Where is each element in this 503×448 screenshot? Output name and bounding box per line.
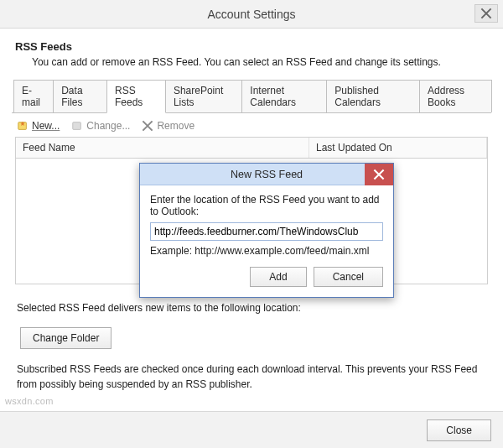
svg-rect-1 xyxy=(73,122,81,130)
tab-email[interactable]: E-mail xyxy=(13,80,54,112)
close-icon[interactable] xyxy=(474,4,498,23)
remove-button: Remove xyxy=(142,120,194,132)
column-feed-name[interactable]: Feed Name xyxy=(16,138,309,158)
remove-icon xyxy=(142,120,153,132)
column-last-updated[interactable]: Last Updated On xyxy=(309,138,487,158)
subscribed-note: Subscribed RSS Feeds are checked once du… xyxy=(17,362,486,392)
dialog-titlebar: New RSS Feed xyxy=(140,164,393,185)
change-folder-button[interactable]: Change Folder xyxy=(20,327,111,349)
tab-published-calendars[interactable]: Published Calendars xyxy=(326,80,420,112)
rss-url-input[interactable] xyxy=(150,222,383,241)
tab-data-files[interactable]: Data Files xyxy=(53,80,107,112)
dialog-prompt: Enter the location of the RSS Feed you w… xyxy=(150,194,383,217)
change-button: Change... xyxy=(71,120,130,132)
window-title: Account Settings xyxy=(207,8,295,21)
new-button[interactable]: New... xyxy=(17,120,60,132)
footer: Close xyxy=(0,411,503,448)
new-label: New... xyxy=(32,120,60,132)
change-label: Change... xyxy=(86,120,130,132)
cancel-button[interactable]: Cancel xyxy=(314,267,383,287)
dialog-title: New RSS Feed xyxy=(231,169,303,180)
add-button[interactable]: Add xyxy=(250,267,306,287)
tab-rss-feeds[interactable]: RSS Feeds xyxy=(106,80,166,113)
tab-sharepoint-lists[interactable]: SharePoint Lists xyxy=(165,80,242,112)
watermark: wsxdn.com xyxy=(5,396,54,406)
deliver-note: Selected RSS Feed delivers new items to … xyxy=(17,301,486,315)
remove-label: Remove xyxy=(157,120,194,132)
dialog-actions: Add Cancel xyxy=(150,267,383,287)
dialog-close-button[interactable] xyxy=(365,164,393,185)
tabstrip: E-mail Data Files RSS Feeds SharePoint L… xyxy=(12,80,491,113)
change-icon xyxy=(71,120,83,132)
page-subtext: You can add or remove an RSS Feed. You c… xyxy=(32,56,491,68)
dialog-body: Enter the location of the RSS Feed you w… xyxy=(140,185,393,297)
tab-address-books[interactable]: Address Books xyxy=(419,80,492,112)
new-rss-feed-dialog: New RSS Feed Enter the location of the R… xyxy=(139,163,394,298)
tab-internet-calendars[interactable]: Internet Calendars xyxy=(241,80,327,112)
close-button[interactable]: Close xyxy=(427,419,491,441)
page-heading: RSS Feeds xyxy=(15,40,491,53)
dialog-example: Example: http://www.example.com/feed/mai… xyxy=(150,245,383,257)
new-icon xyxy=(17,120,29,132)
toolbar: New... Change... Remove xyxy=(12,113,491,137)
notes: Selected RSS Feed delivers new items to … xyxy=(12,284,491,392)
list-header: Feed Name Last Updated On xyxy=(15,137,488,159)
titlebar: Account Settings xyxy=(0,0,503,29)
